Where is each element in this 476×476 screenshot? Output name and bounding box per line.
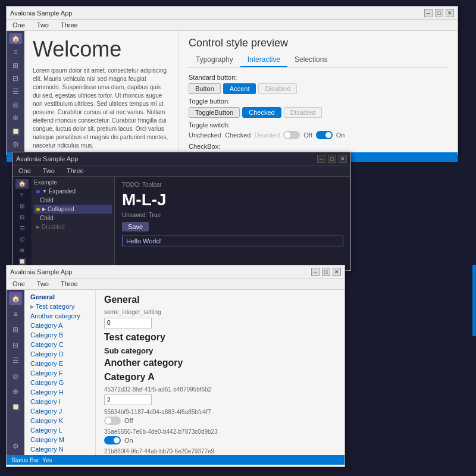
control-preview-title: Control style preview — [189, 37, 448, 49]
dark-sidebar-list[interactable]: ≡ — [15, 190, 29, 200]
btn-toggle[interactable]: ToggleButton — [189, 107, 240, 118]
tab-interactive[interactable]: Interactive — [240, 53, 287, 67]
nav-category-a[interactable]: Category A — [24, 321, 95, 330]
nav-category-n[interactable]: Category N — [24, 444, 95, 454]
dark-sidebar-home[interactable]: 🏠 — [15, 179, 29, 189]
hello-world-input[interactable] — [122, 236, 343, 246]
window-title-3: Avalonia Sample App — [10, 268, 72, 275]
nav-category-f[interactable]: Category F — [24, 368, 95, 378]
category-a-title: Category A — [104, 372, 336, 383]
cat-a-switch-on-2[interactable] — [104, 436, 121, 444]
btn-accent[interactable]: Accent — [223, 83, 256, 94]
menu-three-2[interactable]: Three — [64, 167, 86, 175]
menu-three-3[interactable]: Three — [58, 280, 80, 288]
maximize-btn-1[interactable]: □ — [435, 9, 443, 17]
test-category-title: Test category — [104, 332, 336, 343]
cat-a-input-0[interactable] — [104, 394, 152, 405]
dark-sidebar-menu[interactable]: ☰ — [15, 224, 29, 233]
switch-checked-label: Checked — [225, 131, 250, 139]
s3-settings-icon[interactable]: ⚙ — [9, 440, 22, 453]
switch-row: Unchecked Checked Disabled Off On — [189, 131, 448, 139]
menu-two-1[interactable]: Two — [35, 21, 51, 29]
nav-category-c[interactable]: Category C — [24, 340, 95, 349]
tree-dot-blue — [36, 190, 40, 193]
tab-typography[interactable]: Typography — [189, 53, 240, 67]
menu-two-3[interactable]: Two — [35, 280, 51, 288]
tree-expanded[interactable]: ▼ Expanded — [34, 187, 112, 196]
maximize-btn-3[interactable]: □ — [322, 268, 330, 276]
nav-category-e[interactable]: Category E — [24, 359, 95, 368]
nav-category-g[interactable]: Category G — [24, 378, 95, 387]
close-btn-2[interactable]: ✕ — [339, 155, 347, 163]
maximize-btn-2[interactable]: □ — [328, 155, 336, 163]
minimize-btn-3[interactable]: ─ — [311, 268, 320, 276]
cat-a-label-1: 55634bf9-1187-4d04-a883-4f6a85bfc4f7 — [104, 409, 336, 415]
s3-grid-icon[interactable]: ⊞ — [9, 323, 22, 336]
s3-menu-icon[interactable]: ☰ — [9, 354, 22, 367]
nav-category-j[interactable]: Category J — [24, 406, 95, 416]
sidebar-box-icon[interactable]: 🔲 — [9, 126, 22, 137]
btn-toggle-checked[interactable]: Checked — [242, 107, 281, 118]
menu-one-1[interactable]: One — [10, 21, 27, 29]
nav-category-h[interactable]: Category H — [24, 387, 95, 397]
nav-another-category[interactable]: Another category — [24, 311, 95, 321]
nav-category-k[interactable]: Category K — [24, 416, 95, 425]
s3-box-icon[interactable]: 🔲 — [9, 400, 22, 414]
menu-bar-2: One Two Three — [12, 165, 350, 177]
tree-child-1[interactable]: Child — [34, 196, 112, 205]
nav-category-d[interactable]: Category D — [24, 349, 95, 359]
nav-category-i[interactable]: Category I — [24, 397, 95, 406]
menu-one-3[interactable]: One — [10, 280, 27, 288]
dark-sidebar-minus[interactable]: ⊟ — [15, 212, 29, 222]
switch-on-label: On — [336, 131, 345, 139]
dark-sidebar-add[interactable]: ⊕ — [15, 246, 29, 255]
menu-two-2[interactable]: Two — [40, 167, 57, 175]
toggle-button-label: Toggle button: — [189, 98, 448, 105]
dark-sidebar-grid[interactable]: ⊞ — [15, 201, 29, 211]
switch-on[interactable] — [316, 131, 333, 139]
dark-sidebar-circle[interactable]: ◎ — [15, 234, 29, 244]
close-btn-3[interactable]: ✕ — [333, 268, 341, 276]
window-controls-2: ─ □ ✕ — [317, 155, 347, 163]
btn-toggle-disabled: Disabled — [284, 107, 322, 118]
tab-selections[interactable]: Selections — [287, 53, 334, 67]
sidebar-grid-icon[interactable]: ⊞ — [9, 60, 22, 70]
menu-one-2[interactable]: One — [16, 167, 33, 175]
cat-a-label-3: 21b860f4-9fc7-44ab-bb70-6e20e79377e9 — [104, 448, 336, 455]
minimize-btn-1[interactable]: ─ — [424, 9, 433, 17]
nav-category-l[interactable]: Category L — [24, 425, 95, 435]
tree-disabled: ▶ Disabled — [34, 223, 112, 231]
s3-add-icon[interactable]: ⊕ — [9, 385, 22, 398]
sidebar-menu-icon[interactable]: ☰ — [9, 86, 22, 97]
some-integer-input[interactable] — [104, 318, 152, 328]
nav-test-category[interactable]: ▶ Test category — [24, 302, 95, 311]
tree-collapsed[interactable]: ▶ Collapsed — [34, 205, 112, 214]
nav-general[interactable]: General — [24, 292, 95, 302]
switch-off[interactable] — [283, 131, 300, 139]
s3-circle-icon[interactable]: ◎ — [9, 369, 22, 383]
sidebar-list-icon[interactable]: ≡ — [9, 46, 22, 57]
close-btn-1[interactable]: ✕ — [446, 9, 454, 17]
tree-child-2[interactable]: Child — [34, 214, 112, 223]
sidebar-circle-icon[interactable]: ◎ — [9, 99, 22, 110]
s3-minus-icon[interactable]: ⊟ — [9, 339, 22, 352]
title-bar-3: Avalonia Sample App ─ □ ✕ — [7, 265, 345, 278]
cat-a-switch-off-1[interactable] — [104, 416, 121, 425]
nav-category-m[interactable]: Category M — [24, 435, 95, 444]
sidebar-minus-icon[interactable]: ⊟ — [9, 73, 22, 84]
save-button[interactable]: Save — [122, 222, 149, 231]
general-title: General — [104, 295, 336, 305]
s3-list-icon[interactable]: ≡ — [9, 308, 22, 321]
sidebar-settings-icon[interactable]: ⚙ — [9, 139, 22, 150]
content-3: 🏠 ≡ ⊞ ⊟ ☰ ◎ ⊕ 🔲 ⚙ General ▶ Test categor… — [7, 290, 345, 455]
btn-disabled: Disabled — [258, 83, 297, 94]
cat-a-field-1: 55634bf9-1187-4d04-a883-4f6a85bfc4f7 Off — [104, 409, 336, 425]
minimize-btn-2[interactable]: ─ — [317, 155, 325, 163]
sidebar-add-icon[interactable]: ⊕ — [9, 112, 22, 123]
disabled-arrow-icon: ▶ — [36, 224, 40, 230]
menu-three-1[interactable]: Three — [58, 21, 80, 29]
s3-home-icon[interactable]: 🏠 — [9, 292, 22, 305]
btn-button[interactable]: Button — [189, 83, 221, 94]
sidebar-home-icon[interactable]: 🏠 — [9, 33, 22, 44]
nav-category-b[interactable]: Category B — [24, 330, 95, 340]
